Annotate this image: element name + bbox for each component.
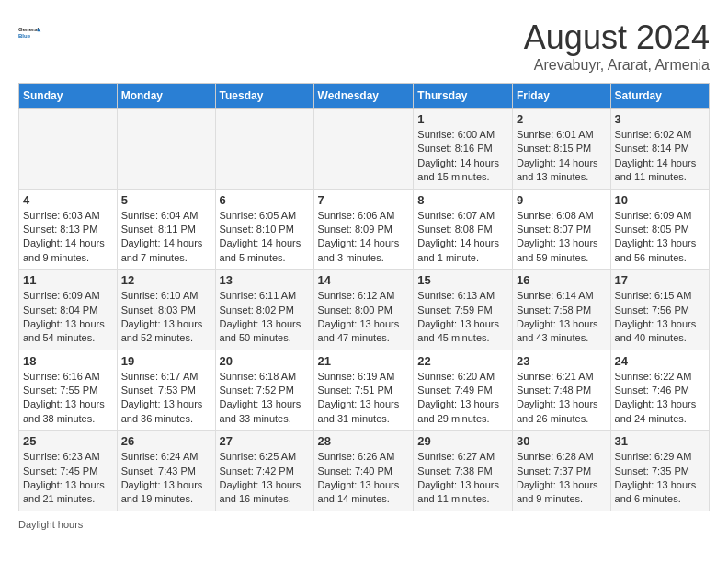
calendar-cell: 26Sunrise: 6:24 AM Sunset: 7:43 PM Dayli… <box>117 431 215 511</box>
day-number: 6 <box>220 193 310 207</box>
day-number: 5 <box>121 193 211 207</box>
calendar-cell: 10Sunrise: 6:09 AM Sunset: 8:05 PM Dayli… <box>610 189 709 270</box>
day-number: 9 <box>517 193 607 207</box>
day-info: Sunrise: 6:02 AM Sunset: 8:14 PM Dayligh… <box>615 128 705 185</box>
day-info: Sunrise: 6:10 AM Sunset: 8:03 PM Dayligh… <box>121 289 211 346</box>
day-number: 20 <box>220 354 310 368</box>
day-number: 12 <box>121 273 211 287</box>
day-number: 26 <box>121 434 211 448</box>
calendar-cell: 30Sunrise: 6:28 AM Sunset: 7:37 PM Dayli… <box>512 431 610 511</box>
day-info: Sunrise: 6:07 AM Sunset: 8:08 PM Dayligh… <box>417 209 508 266</box>
day-info: Sunrise: 6:21 AM Sunset: 7:48 PM Dayligh… <box>517 370 607 427</box>
day-info: Sunrise: 6:04 AM Sunset: 8:11 PM Dayligh… <box>121 209 211 266</box>
day-info: Sunrise: 6:11 AM Sunset: 8:02 PM Dayligh… <box>220 289 310 346</box>
day-number: 22 <box>417 354 508 368</box>
calendar-cell: 9Sunrise: 6:08 AM Sunset: 8:07 PM Daylig… <box>512 189 610 270</box>
calendar-cell: 7Sunrise: 6:06 AM Sunset: 8:09 PM Daylig… <box>313 189 414 270</box>
calendar-cell: 20Sunrise: 6:18 AM Sunset: 7:52 PM Dayli… <box>215 350 313 431</box>
day-header: Thursday <box>414 84 513 109</box>
day-info: Sunrise: 6:15 AM Sunset: 7:56 PM Dayligh… <box>615 289 705 346</box>
calendar-cell: 11Sunrise: 6:09 AM Sunset: 8:04 PM Dayli… <box>19 270 118 350</box>
day-info: Sunrise: 6:22 AM Sunset: 7:46 PM Dayligh… <box>615 370 705 427</box>
day-info: Sunrise: 6:13 AM Sunset: 7:59 PM Dayligh… <box>417 289 508 346</box>
logo-icon: GeneralBlue <box>18 18 46 46</box>
calendar-cell: 31Sunrise: 6:29 AM Sunset: 7:35 PM Dayli… <box>610 431 709 511</box>
day-info: Sunrise: 6:16 AM Sunset: 7:55 PM Dayligh… <box>23 370 113 427</box>
day-info: Sunrise: 6:03 AM Sunset: 8:13 PM Dayligh… <box>23 209 113 266</box>
day-info: Sunrise: 6:12 AM Sunset: 8:00 PM Dayligh… <box>318 289 410 346</box>
day-number: 2 <box>517 112 607 126</box>
day-info: Sunrise: 6:17 AM Sunset: 7:53 PM Dayligh… <box>121 370 211 427</box>
svg-marker-2 <box>38 29 41 32</box>
calendar-table: SundayMondayTuesdayWednesdayThursdayFrid… <box>18 83 710 511</box>
day-number: 8 <box>417 193 508 207</box>
day-number: 29 <box>417 434 508 448</box>
calendar-cell: 23Sunrise: 6:21 AM Sunset: 7:48 PM Dayli… <box>512 350 610 431</box>
day-info: Sunrise: 6:05 AM Sunset: 8:10 PM Dayligh… <box>220 209 310 266</box>
calendar-cell: 27Sunrise: 6:25 AM Sunset: 7:42 PM Dayli… <box>215 431 313 511</box>
calendar-cell: 25Sunrise: 6:23 AM Sunset: 7:45 PM Dayli… <box>19 431 118 511</box>
calendar-week-row: 25Sunrise: 6:23 AM Sunset: 7:45 PM Dayli… <box>19 431 710 511</box>
day-info: Sunrise: 6:01 AM Sunset: 8:15 PM Dayligh… <box>517 128 607 185</box>
day-info: Sunrise: 6:29 AM Sunset: 7:35 PM Dayligh… <box>615 450 705 507</box>
title-area: August 2024 Arevabuyr, Ararat, Armenia <box>524 18 710 74</box>
day-number: 3 <box>615 112 705 126</box>
day-info: Sunrise: 6:14 AM Sunset: 7:58 PM Dayligh… <box>517 289 607 346</box>
day-info: Sunrise: 6:00 AM Sunset: 8:16 PM Dayligh… <box>417 128 508 185</box>
svg-text:General: General <box>18 27 40 32</box>
calendar-cell: 14Sunrise: 6:12 AM Sunset: 8:00 PM Dayli… <box>313 270 414 350</box>
day-info: Sunrise: 6:24 AM Sunset: 7:43 PM Dayligh… <box>121 450 211 507</box>
day-header: Saturday <box>610 84 709 109</box>
day-header: Tuesday <box>215 84 313 109</box>
main-title: August 2024 <box>524 18 710 57</box>
day-info: Sunrise: 6:28 AM Sunset: 7:37 PM Dayligh… <box>517 450 607 507</box>
calendar-cell: 29Sunrise: 6:27 AM Sunset: 7:38 PM Dayli… <box>414 431 513 511</box>
day-info: Sunrise: 6:09 AM Sunset: 8:04 PM Dayligh… <box>23 289 113 346</box>
day-number: 10 <box>615 193 705 207</box>
subtitle: Arevabuyr, Ararat, Armenia <box>524 57 710 74</box>
calendar-cell <box>215 109 313 190</box>
calendar-week-row: 4Sunrise: 6:03 AM Sunset: 8:13 PM Daylig… <box>19 189 710 270</box>
day-number: 7 <box>318 193 410 207</box>
day-number: 21 <box>318 354 410 368</box>
day-info: Sunrise: 6:18 AM Sunset: 7:52 PM Dayligh… <box>220 370 310 427</box>
calendar-cell <box>117 109 215 190</box>
calendar-week-row: 11Sunrise: 6:09 AM Sunset: 8:04 PM Dayli… <box>19 270 710 350</box>
calendar-cell: 22Sunrise: 6:20 AM Sunset: 7:49 PM Dayli… <box>414 350 513 431</box>
day-number: 28 <box>318 434 410 448</box>
calendar-cell: 21Sunrise: 6:19 AM Sunset: 7:51 PM Dayli… <box>313 350 414 431</box>
logo: GeneralBlue <box>18 18 46 46</box>
day-info: Sunrise: 6:27 AM Sunset: 7:38 PM Dayligh… <box>417 450 508 507</box>
calendar-week-row: 18Sunrise: 6:16 AM Sunset: 7:55 PM Dayli… <box>19 350 710 431</box>
calendar-cell: 16Sunrise: 6:14 AM Sunset: 7:58 PM Dayli… <box>512 270 610 350</box>
calendar-cell: 1Sunrise: 6:00 AM Sunset: 8:16 PM Daylig… <box>414 109 513 190</box>
day-number: 30 <box>517 434 607 448</box>
day-number: 11 <box>23 273 113 287</box>
day-header: Friday <box>512 84 610 109</box>
day-info: Sunrise: 6:25 AM Sunset: 7:42 PM Dayligh… <box>220 450 310 507</box>
calendar-cell: 15Sunrise: 6:13 AM Sunset: 7:59 PM Dayli… <box>414 270 513 350</box>
day-info: Sunrise: 6:08 AM Sunset: 8:07 PM Dayligh… <box>517 209 607 266</box>
calendar-cell: 6Sunrise: 6:05 AM Sunset: 8:10 PM Daylig… <box>215 189 313 270</box>
calendar-cell <box>19 109 118 190</box>
calendar-week-row: 1Sunrise: 6:00 AM Sunset: 8:16 PM Daylig… <box>19 109 710 190</box>
header: GeneralBlue August 2024 Arevabuyr, Arara… <box>18 18 710 74</box>
calendar-cell: 17Sunrise: 6:15 AM Sunset: 7:56 PM Dayli… <box>610 270 709 350</box>
day-number: 18 <box>23 354 113 368</box>
day-info: Sunrise: 6:19 AM Sunset: 7:51 PM Dayligh… <box>318 370 410 427</box>
calendar-cell: 19Sunrise: 6:17 AM Sunset: 7:53 PM Dayli… <box>117 350 215 431</box>
calendar-cell: 8Sunrise: 6:07 AM Sunset: 8:08 PM Daylig… <box>414 189 513 270</box>
day-info: Sunrise: 6:23 AM Sunset: 7:45 PM Dayligh… <box>23 450 113 507</box>
calendar-cell: 3Sunrise: 6:02 AM Sunset: 8:14 PM Daylig… <box>610 109 709 190</box>
calendar-cell: 28Sunrise: 6:26 AM Sunset: 7:40 PM Dayli… <box>313 431 414 511</box>
day-header: Wednesday <box>313 84 414 109</box>
footer-note: Daylight hours <box>18 519 710 530</box>
calendar-cell: 5Sunrise: 6:04 AM Sunset: 8:11 PM Daylig… <box>117 189 215 270</box>
day-info: Sunrise: 6:09 AM Sunset: 8:05 PM Dayligh… <box>615 209 705 266</box>
day-number: 31 <box>615 434 705 448</box>
day-header: Monday <box>117 84 215 109</box>
calendar-cell: 18Sunrise: 6:16 AM Sunset: 7:55 PM Dayli… <box>19 350 118 431</box>
calendar-cell: 2Sunrise: 6:01 AM Sunset: 8:15 PM Daylig… <box>512 109 610 190</box>
day-info: Sunrise: 6:20 AM Sunset: 7:49 PM Dayligh… <box>417 370 508 427</box>
day-number: 19 <box>121 354 211 368</box>
